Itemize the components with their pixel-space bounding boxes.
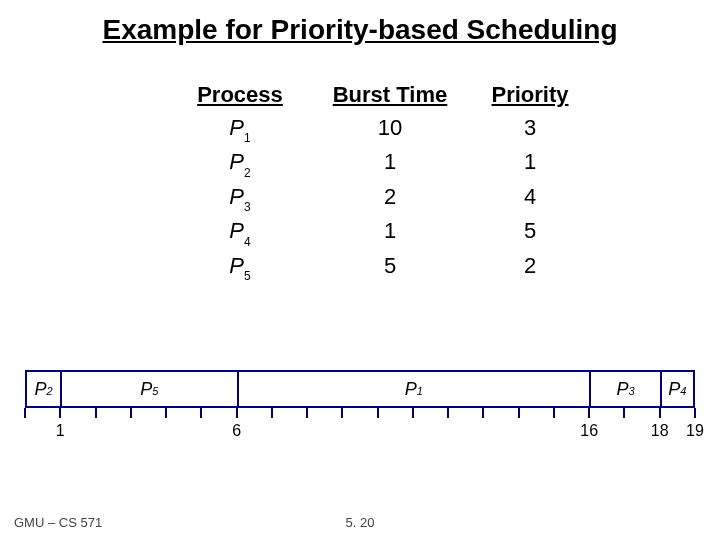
gantt-segment: P1	[237, 372, 590, 406]
gantt-tick	[412, 408, 414, 418]
gantt-ticks: 16161819	[25, 408, 695, 420]
table-row: P3 2 4	[170, 180, 590, 214]
gantt-bar: P2P5P1P3P4	[25, 370, 695, 408]
gantt-tick	[95, 408, 97, 418]
cell-process: P2	[170, 145, 310, 179]
cell-burst: 5	[310, 249, 470, 283]
gantt-tick	[553, 408, 555, 418]
gantt-tick	[200, 408, 202, 418]
gantt-tick	[59, 408, 61, 418]
cell-priority: 3	[470, 111, 590, 145]
gantt-tick	[447, 408, 449, 418]
gantt-time-label: 16	[580, 422, 598, 440]
gantt-chart: P2P5P1P3P4 16161819	[25, 370, 695, 408]
footer-slide-number: 5. 20	[0, 515, 720, 530]
slide-title: Example for Priority-based Scheduling	[0, 14, 720, 46]
cell-burst: 10	[310, 111, 470, 145]
cell-burst: 1	[310, 214, 470, 248]
cell-burst: 2	[310, 180, 470, 214]
gantt-time-label: 18	[651, 422, 669, 440]
header-burst: Burst Time	[310, 78, 470, 111]
cell-priority: 4	[470, 180, 590, 214]
table-row: P2 1 1	[170, 145, 590, 179]
gantt-segment: P5	[60, 372, 236, 406]
cell-process: P4	[170, 214, 310, 248]
gantt-tick	[306, 408, 308, 418]
cell-process: P1	[170, 111, 310, 145]
gantt-tick	[236, 408, 238, 418]
table-row: P5 5 2	[170, 249, 590, 283]
gantt-tick	[377, 408, 379, 418]
gantt-tick	[341, 408, 343, 418]
table-row: P4 1 5	[170, 214, 590, 248]
gantt-segment: P3	[589, 372, 660, 406]
cell-process: P5	[170, 249, 310, 283]
cell-priority: 5	[470, 214, 590, 248]
gantt-tick	[165, 408, 167, 418]
gantt-tick	[694, 408, 696, 418]
gantt-tick	[659, 408, 661, 418]
header-priority: Priority	[470, 78, 590, 111]
cell-burst: 1	[310, 145, 470, 179]
gantt-tick	[482, 408, 484, 418]
table-header-row: Process Burst Time Priority	[170, 78, 590, 111]
gantt-tick	[24, 408, 26, 418]
gantt-tick	[623, 408, 625, 418]
gantt-tick	[588, 408, 590, 418]
gantt-segment: P4	[660, 372, 695, 406]
gantt-tick	[518, 408, 520, 418]
gantt-time-label: 19	[686, 422, 704, 440]
table-row: P1 10 3	[170, 111, 590, 145]
gantt-time-label: 6	[232, 422, 241, 440]
gantt-time-label: 1	[56, 422, 65, 440]
cell-process: P3	[170, 180, 310, 214]
gantt-tick	[130, 408, 132, 418]
cell-priority: 1	[470, 145, 590, 179]
gantt-segment: P2	[25, 372, 60, 406]
gantt-tick	[271, 408, 273, 418]
process-table: Process Burst Time Priority P1 10 3 P2 1…	[170, 78, 590, 283]
cell-priority: 2	[470, 249, 590, 283]
header-process: Process	[170, 78, 310, 111]
